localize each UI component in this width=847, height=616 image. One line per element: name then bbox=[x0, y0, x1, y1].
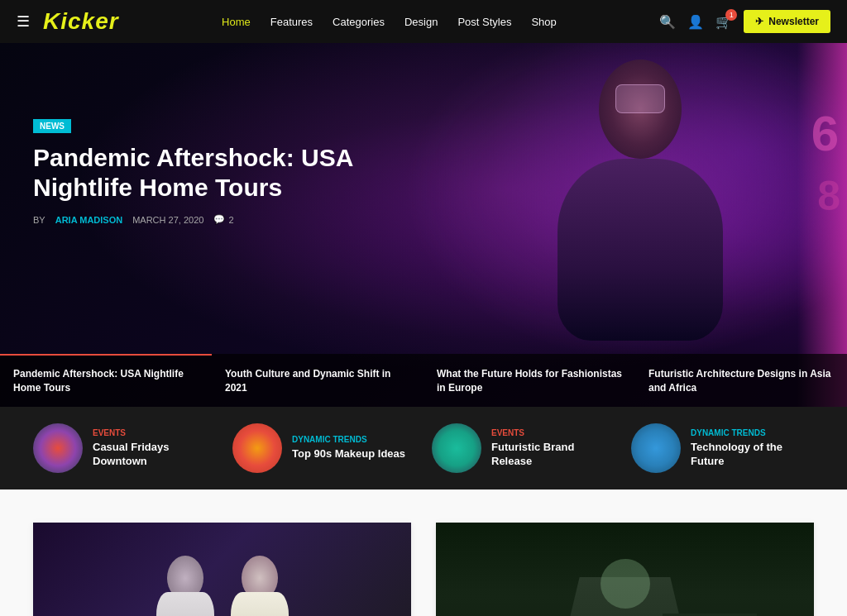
cart-button[interactable]: 🛒 1 bbox=[715, 14, 732, 30]
newsletter-button[interactable]: ✈ Newsletter bbox=[744, 10, 830, 33]
user-button[interactable]: 👤 bbox=[687, 14, 704, 30]
trend-category-2: EVENTS bbox=[491, 428, 615, 437]
hero-tab-title-0: Pandemic Aftershock: USA Nightlife Home … bbox=[13, 367, 199, 395]
main-content: WIN LIFESTYLE Social and Political Equal… bbox=[0, 489, 847, 616]
trend-name-0: Casual Fridays Downtown bbox=[93, 441, 216, 469]
trend-name-1: Top 90s Makeup Ideas bbox=[292, 447, 405, 461]
trend-info-0: EVENTS Casual Fridays Downtown bbox=[93, 428, 216, 469]
trend-item-3[interactable]: DYNAMIC TRENDS Technology of the Future bbox=[631, 423, 814, 473]
trend-thumb-3 bbox=[631, 423, 681, 473]
site-logo[interactable]: Kicker bbox=[43, 8, 119, 35]
article-image-0: WIN bbox=[33, 523, 411, 616]
article-card-0: WIN LIFESTYLE Social and Political Equal… bbox=[33, 523, 411, 616]
hero-date: MARCH 27, 2020 bbox=[132, 215, 203, 225]
hero-tabs: Pandemic Aftershock: USA Nightlife Home … bbox=[0, 354, 847, 407]
hero-tab-title-2: What the Future Holds for Fashionistas i… bbox=[437, 367, 622, 395]
header-actions: 🔍 👤 🛒 1 ✈ Newsletter bbox=[659, 10, 830, 33]
nav-home[interactable]: Home bbox=[222, 16, 251, 28]
cart-badge: 1 bbox=[725, 9, 737, 21]
nav-features[interactable]: Features bbox=[270, 16, 313, 28]
trend-info-1: DYNAMIC TRENDS Top 90s Makeup Ideas bbox=[292, 435, 405, 461]
trend-info-2: EVENTS Futuristic Brand Release bbox=[491, 428, 615, 469]
nav-shop[interactable]: Shop bbox=[531, 16, 556, 28]
trend-category-1: DYNAMIC TRENDS bbox=[292, 435, 405, 444]
trend-item-0[interactable]: EVENTS Casual Fridays Downtown bbox=[33, 423, 216, 473]
hero-tab-3[interactable]: Futuristic Architecture Designs in Asia … bbox=[635, 354, 847, 407]
trend-category-0: EVENTS bbox=[93, 428, 216, 437]
header: ☰ Kicker Home Features Categories Design… bbox=[0, 0, 847, 43]
hero-author[interactable]: ARIA MADISON bbox=[55, 215, 122, 225]
trending-strip: EVENTS Casual Fridays Downtown DYNAMIC T… bbox=[0, 407, 847, 489]
hero-tab-title-3: Futuristic Architecture Designs in Asia … bbox=[648, 367, 834, 395]
trend-name-3: Technology of the Future bbox=[691, 441, 814, 469]
main-nav: Home Features Categories Design Post Sty… bbox=[222, 16, 557, 28]
article-card-1: LIFESTYLE Architecture and Nature BY JAM… bbox=[436, 523, 814, 616]
trend-thumb-2 bbox=[432, 423, 481, 473]
header-left: ☰ Kicker bbox=[17, 8, 119, 35]
trend-item-1[interactable]: DYNAMIC TRENDS Top 90s Makeup Ideas bbox=[232, 423, 415, 473]
hero-tab-1[interactable]: Youth Culture and Dynamic Shift in 2021 bbox=[212, 354, 424, 407]
hero-meta: BY ARIA MADISON MARCH 27, 2020 💬 2 bbox=[33, 214, 380, 225]
neon-edge: 6 8 bbox=[797, 43, 847, 407]
trend-category-3: DYNAMIC TRENDS bbox=[691, 428, 814, 437]
hero-by: BY bbox=[33, 215, 45, 225]
trend-thumb-0 bbox=[33, 423, 83, 473]
hero-tab-2[interactable]: What the Future Holds for Fashionistas i… bbox=[424, 354, 635, 407]
nav-design[interactable]: Design bbox=[404, 16, 438, 28]
hamburger-icon[interactable]: ☰ bbox=[17, 12, 30, 31]
hero-comments: 💬 2 bbox=[213, 214, 233, 225]
nav-categories[interactable]: Categories bbox=[333, 16, 385, 28]
trend-info-3: DYNAMIC TRENDS Technology of the Future bbox=[691, 428, 814, 469]
trend-item-2[interactable]: EVENTS Futuristic Brand Release bbox=[432, 423, 615, 473]
article-image-1 bbox=[436, 523, 814, 616]
hero-title: Pandemic Aftershock: USA Nightlife Home … bbox=[33, 143, 380, 203]
trend-thumb-1 bbox=[232, 423, 282, 473]
hero-tab-0[interactable]: Pandemic Aftershock: USA Nightlife Home … bbox=[0, 354, 212, 407]
hero-section: 6 8 NEWS Pandemic Aftershock: USA Nightl… bbox=[0, 43, 847, 407]
hero-person-image bbox=[533, 60, 748, 341]
trend-name-2: Futuristic Brand Release bbox=[491, 441, 615, 469]
comment-icon: 💬 bbox=[213, 214, 225, 225]
hero-content: NEWS Pandemic Aftershock: USA Nightlife … bbox=[0, 43, 414, 241]
nav-post-styles[interactable]: Post Styles bbox=[457, 16, 511, 28]
search-button[interactable]: 🔍 bbox=[659, 14, 676, 30]
newsletter-icon: ✈ bbox=[755, 16, 763, 27]
hero-tab-title-1: Youth Culture and Dynamic Shift in 2021 bbox=[225, 367, 410, 395]
hero-badge: NEWS bbox=[33, 119, 71, 133]
